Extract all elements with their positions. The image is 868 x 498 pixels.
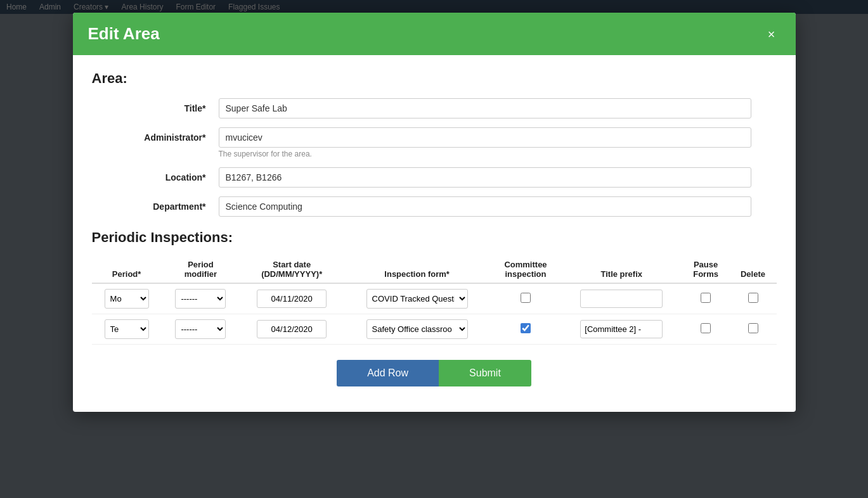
department-input-wrapper <box>219 196 777 217</box>
form-select-0[interactable]: COVID Tracked Questi <box>366 289 468 309</box>
admin-input[interactable] <box>219 127 751 148</box>
committee-checkbox-1[interactable] <box>521 323 531 333</box>
admin-input-wrapper: The supervisor for the area. <box>219 127 777 158</box>
edit-area-modal: Edit Area × Area: Title* Administrator* … <box>73 13 796 412</box>
modifier-select-1[interactable]: ------ 1 2 <box>175 319 226 339</box>
pause-checkbox-0[interactable] <box>701 293 711 303</box>
committee-cell-0[interactable] <box>490 283 561 314</box>
admin-group: Administrator* The supervisor for the ar… <box>92 127 777 158</box>
title-input[interactable] <box>219 98 751 118</box>
period-cell-1[interactable]: Mo Te We Bi Qu An <box>92 314 162 345</box>
period-select-0[interactable]: Mo Te We Bi Qu An <box>105 289 149 309</box>
period-select-1[interactable]: Mo Te We Bi Qu An <box>105 319 149 339</box>
date-input-0[interactable] <box>257 290 327 308</box>
modifier-select-0[interactable]: ------ 1 2 <box>175 289 226 309</box>
location-input[interactable] <box>219 167 751 188</box>
delete-cell-0[interactable] <box>730 283 777 314</box>
th-pause-forms: PauseForms <box>682 256 730 283</box>
period-cell-0[interactable]: Mo Te We Bi Qu An <box>92 283 162 314</box>
form-cell-0[interactable]: COVID Tracked Questi <box>344 283 490 314</box>
th-delete: Delete <box>730 256 777 283</box>
prefix-input-1[interactable] <box>580 320 663 338</box>
th-title-prefix: Title prefix <box>561 256 682 283</box>
prefix-cell-0[interactable] <box>561 283 682 314</box>
form-cell-1[interactable]: Safety Office classroo <box>344 314 490 345</box>
location-input-wrapper <box>219 167 777 188</box>
date-cell-1[interactable] <box>240 314 344 345</box>
modal-header: Edit Area × <box>73 13 796 55</box>
pause-checkbox-1[interactable] <box>701 323 711 333</box>
inspections-table-wrapper: Period* Periodmodifier Start date(DD/MM/… <box>92 256 777 345</box>
admin-label: Administrator* <box>92 127 219 143</box>
admin-hint: The supervisor for the area. <box>219 150 777 158</box>
delete-checkbox-0[interactable] <box>748 293 758 303</box>
area-section-title: Area: <box>92 70 777 87</box>
title-group: Title* <box>92 98 777 118</box>
department-label: Department* <box>92 196 219 212</box>
delete-cell-1[interactable] <box>730 314 777 345</box>
location-group: Location* <box>92 167 777 188</box>
inspections-title: Periodic Inspections: <box>92 229 777 246</box>
th-committee-inspection: Committeeinspection <box>490 256 561 283</box>
th-start-date: Start date(DD/MM/YYYY)* <box>240 256 344 283</box>
modal-title: Edit Area <box>88 24 160 44</box>
committee-cell-1[interactable] <box>490 314 561 345</box>
committee-checkbox-0[interactable] <box>521 293 531 303</box>
prefix-cell-1[interactable] <box>561 314 682 345</box>
modal-body: Area: Title* Administrator* The supervis… <box>73 55 796 412</box>
close-button[interactable]: × <box>763 25 781 43</box>
modifier-cell-1[interactable]: ------ 1 2 <box>162 314 240 345</box>
title-label: Title* <box>92 98 219 113</box>
delete-checkbox-1[interactable] <box>748 323 758 333</box>
department-input[interactable] <box>219 196 751 217</box>
inspections-table: Period* Periodmodifier Start date(DD/MM/… <box>92 256 777 345</box>
title-input-wrapper <box>219 98 777 118</box>
department-group: Department* <box>92 196 777 217</box>
table-row: Mo Te We Bi Qu An ------ 1 2 <box>92 283 777 314</box>
table-row: Mo Te We Bi Qu An ------ 1 2 <box>92 314 777 345</box>
form-select-1[interactable]: Safety Office classroo <box>366 319 468 339</box>
date-cell-0[interactable] <box>240 283 344 314</box>
location-label: Location* <box>92 167 219 182</box>
th-period-modifier: Periodmodifier <box>162 256 240 283</box>
modal-overlay: Edit Area × Area: Title* Administrator* … <box>0 0 868 498</box>
button-row: Add Row Submit <box>92 360 777 386</box>
inspections-section: Periodic Inspections: Period* Periodmodi… <box>92 229 777 386</box>
th-inspection-form: Inspection form* <box>344 256 490 283</box>
pause-cell-1[interactable] <box>682 314 730 345</box>
modifier-cell-0[interactable]: ------ 1 2 <box>162 283 240 314</box>
table-header-row: Period* Periodmodifier Start date(DD/MM/… <box>92 256 777 283</box>
add-row-button[interactable]: Add Row <box>337 360 439 386</box>
prefix-input-0[interactable] <box>580 290 663 308</box>
date-input-1[interactable] <box>257 320 327 338</box>
pause-cell-0[interactable] <box>682 283 730 314</box>
th-period: Period* <box>92 256 162 283</box>
submit-button[interactable]: Submit <box>439 360 531 386</box>
